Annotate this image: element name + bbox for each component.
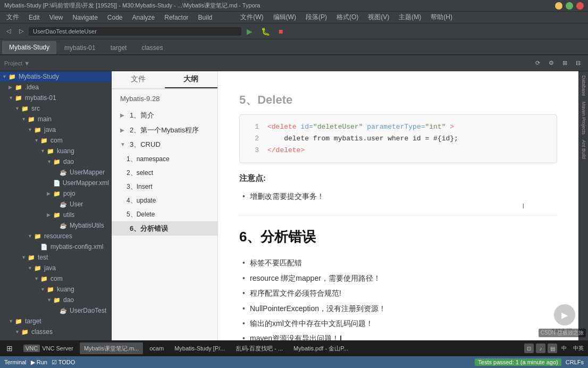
expand-icon: ▼ [120, 140, 128, 148]
todo-button[interactable]: ☑ TODO [52, 359, 75, 366]
taskbar-pdf[interactable]: Mybatis.pdf - 金山P... [289, 342, 352, 354]
tree-label: pojo [63, 190, 75, 197]
tree-item-dao[interactable]: ▼ 📁 dao [0, 156, 111, 167]
taskbar-vnc[interactable]: VNC VNC Server [19, 342, 78, 354]
tree-item-usermapper-xml[interactable]: ▶ 📄 UserMapper.xml [0, 178, 111, 188]
debug-button[interactable]: 🐛 [258, 26, 273, 37]
tab-target[interactable]: target [104, 41, 134, 54]
menu-file[interactable]: 文件 [2, 12, 23, 23]
tree-item-main[interactable]: ▼ 📁 main [0, 114, 111, 124]
play-button[interactable]: ▶ [554, 304, 575, 325]
tree-item-test[interactable]: ▼ 📁 test [0, 252, 111, 263]
tree-item-user[interactable]: ▶ ☕ User [0, 199, 111, 210]
outline-entry-namespace[interactable]: 1、namespace [112, 152, 217, 166]
tab-mybatis-study[interactable]: Mybatis-Study [2, 41, 56, 54]
outline-entry-label: 5、Delete [127, 210, 155, 219]
outline-tab-outline[interactable]: 大纲 [165, 71, 218, 88]
menu-typora-theme[interactable]: 主题(M) [394, 12, 425, 23]
outline-date: Mybatis-9.28 [112, 89, 217, 108]
doc-pane[interactable]: 5、Delete 1 <delete id="deleteUser" param… [218, 71, 578, 368]
menu-typora-edit[interactable]: 编辑(W) [269, 12, 300, 23]
menu-analyze[interactable]: Analyze [128, 13, 159, 22]
tree-item-test-dao[interactable]: ▼ 📁 dao [0, 295, 111, 305]
taskbar-start[interactable]: ⊞ [2, 342, 17, 354]
minimize-button[interactable] [555, 2, 562, 10]
ant-label[interactable]: Ant Build [581, 138, 586, 161]
menu-code[interactable]: Code [103, 13, 127, 22]
tree-item-com[interactable]: ▼ 📁 com [0, 135, 111, 146]
tree-label: User [70, 200, 83, 208]
path-bar[interactable]: UserDaoTest.deleteUser [29, 27, 241, 36]
tree-item-test-kuang[interactable]: ▼ 📁 kuang [0, 284, 111, 295]
menu-typora-para[interactable]: 段落(P) [301, 12, 331, 23]
tree-item-test-java[interactable]: ▼ 📁 java [0, 263, 111, 273]
tree-item-usermapper[interactable]: ▶ ☕ UserMapper [0, 167, 111, 178]
tree-item-test-com[interactable]: ▼ 📁 com [0, 273, 111, 284]
tree-item-pojo[interactable]: ▶ 📁 pojo [0, 188, 111, 199]
taskbar-mybatis-note[interactable]: Mybatis课堂笔记.m... [80, 342, 143, 354]
menu-typora-format[interactable]: 格式(O) [332, 12, 363, 23]
tree-item-userdaotest[interactable]: ▶ ☕ UserDaoTest [0, 305, 111, 316]
menu-edit[interactable]: Edit [24, 13, 44, 22]
back-button[interactable]: ◁ [3, 27, 14, 36]
menu-navigate[interactable]: Navigate [68, 13, 102, 22]
tree-item-resources[interactable]: ▼ 📁 resources [0, 231, 111, 241]
close-button[interactable] [576, 2, 584, 10]
delete-section: 5、Delete 1 <delete id="deleteUser" param… [239, 90, 557, 163]
tree-label: utils [63, 211, 74, 219]
outline-tab-file[interactable]: 文件 [112, 71, 165, 88]
menu-refactor[interactable]: Refactor [160, 13, 192, 22]
sys-icon-battery: ▤ [548, 344, 557, 353]
tree-item-mybatis-config[interactable]: ▶ 📄 mybatis-config.xml [0, 241, 111, 252]
taskbar-ocam[interactable]: ocam [145, 342, 168, 354]
menu-view[interactable]: View [45, 13, 68, 22]
maximize-button[interactable] [566, 2, 573, 10]
second-toolbar: Project ▼ ⟳ ⚙ ⊞ ⊟ [0, 55, 588, 71]
taskbar-pdf-label: Mybatis.pdf - 金山P... [293, 345, 348, 353]
stop-button[interactable]: ■ [275, 26, 286, 37]
terminal-button[interactable]: Terminal [4, 359, 27, 365]
tree-item-java[interactable]: ▼ 📁 java [0, 124, 111, 135]
outline-entry-intro[interactable]: ▶ 1、简介 [112, 108, 217, 123]
tree-item-target[interactable]: ▼ 📁 target [0, 316, 111, 327]
analysis-bullet-4: NullPointerException，没有注册到资源！ [239, 301, 557, 316]
database-label[interactable]: Database [581, 73, 586, 98]
taskbar-mybatis-study[interactable]: Mybatis-Study [P/... [170, 342, 229, 354]
outline-entry-delete[interactable]: 5、Delete [112, 207, 217, 221]
menu-typora-file[interactable]: 文件(W) [236, 12, 267, 23]
tree-item-mybatis01[interactable]: ▼ 📁 mybatis-01 [0, 93, 111, 103]
outline-entry-first[interactable]: ▶ 2、第一个Mybatis程序 [112, 123, 217, 138]
expand-button[interactable]: ⊞ [559, 58, 570, 68]
menu-build[interactable]: Build [194, 13, 217, 22]
outline-entry-update[interactable]: 4、update [112, 194, 217, 207]
tree-item-mybatisutils[interactable]: ▶ ☕ MybatisUtils [0, 220, 111, 231]
menu-typora-view[interactable]: 视图(V) [364, 12, 393, 23]
outline-entry-insert[interactable]: 3、Insert [112, 180, 217, 194]
tree-item-classes[interactable]: ▼ 📁 classes [0, 327, 111, 337]
run-button-status[interactable]: ▶ Run [31, 359, 47, 366]
tree-item-idea[interactable]: ▶ 📁 .idea [0, 82, 111, 93]
sync-button[interactable]: ⟳ [532, 58, 543, 68]
tree-item-mybatis-study[interactable]: ▼ 📁 Mybatis-Study [0, 71, 111, 82]
run-button[interactable]: ▶ [243, 26, 256, 37]
tree-label: UserMapper.xml [63, 179, 109, 187]
tree-item-src[interactable]: ▼ 📁 src [0, 103, 111, 114]
analysis-bullet-2: resource 绑定mapper，需要使用路径！ [239, 271, 557, 286]
outline-entry-analysis[interactable]: 6、分析错误 [112, 221, 217, 236]
forward-button[interactable]: ▷ [16, 27, 27, 36]
outline-entry-select[interactable]: 2、select [112, 166, 217, 180]
tab-classes[interactable]: classes [135, 41, 170, 54]
section-divider [239, 215, 557, 215]
collapse-button[interactable]: ⊟ [573, 58, 584, 68]
tree-item-kuang[interactable]: ▼ 📁 kuang [0, 146, 111, 156]
right-panel: Database Maven Projects Ant Build [578, 71, 588, 368]
maven-label[interactable]: Maven Projects [581, 99, 586, 137]
settings-button[interactable]: ⚙ [545, 58, 557, 68]
outline-entry-crud[interactable]: ▼ 3、CRUD [112, 137, 217, 152]
menu-typora-help[interactable]: 帮助(H) [426, 12, 457, 23]
tab-mybatis-01[interactable]: mybatis-01 [57, 41, 103, 54]
menu-bar: 文件 Edit View Navigate Code Analyze Refac… [0, 12, 588, 23]
expand-icon [120, 224, 128, 232]
taskbar-baidu[interactable]: 乱码-百度找吧 - ... [232, 342, 288, 354]
tree-item-utils[interactable]: ▶ 📁 utils [0, 210, 111, 220]
